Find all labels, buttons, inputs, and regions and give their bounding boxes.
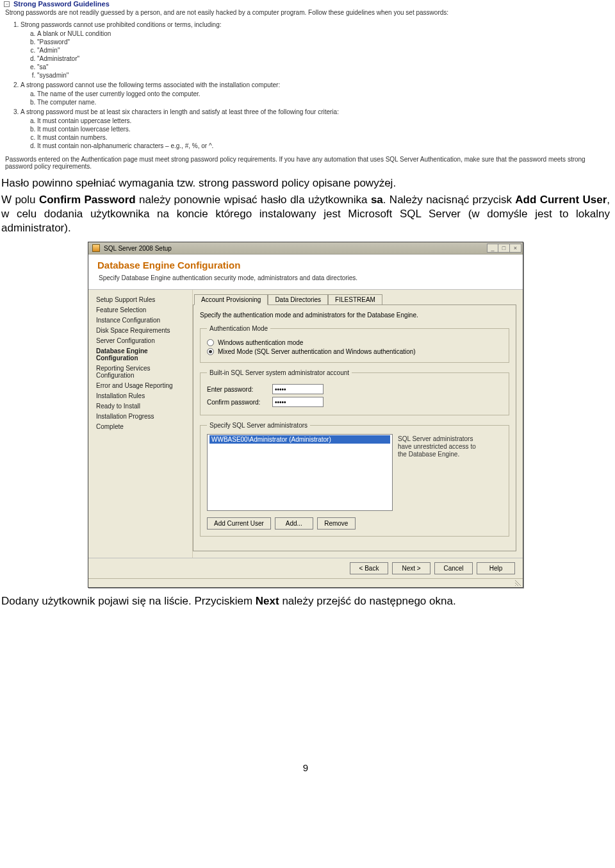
statusbar bbox=[88, 578, 523, 587]
page-number: 9 bbox=[0, 762, 611, 773]
guidelines-subitem: "Password" bbox=[37, 38, 605, 46]
guidelines-subitem: "sysadmin" bbox=[37, 72, 605, 79]
guidelines-subitem: The computer name. bbox=[37, 99, 605, 106]
guidelines-subitem: It must contain uppercase letters. bbox=[37, 117, 605, 124]
wizard-page-title: Database Engine Configuration bbox=[97, 260, 514, 271]
radio-mixed-mode[interactable]: Mixed Mode (SQL Server authentication an… bbox=[207, 348, 502, 355]
help-button[interactable]: Help bbox=[477, 562, 515, 574]
wizard-step[interactable]: Setup Support Rules bbox=[96, 296, 187, 303]
guidelines-subitem: It must contain numbers. bbox=[37, 134, 605, 141]
wizard-step[interactable]: Installation Rules bbox=[96, 392, 187, 399]
close-button[interactable]: × bbox=[510, 244, 521, 253]
wizard-main-panel: Account ProvisioningData DirectoriesFILE… bbox=[192, 290, 523, 558]
sa-legend: Built-in SQL Server system administrator… bbox=[207, 369, 352, 376]
guidelines-subitem: "Admin" bbox=[37, 47, 605, 54]
confirm-password-label: Confirm password: bbox=[207, 399, 266, 406]
collapse-icon[interactable]: − bbox=[4, 1, 10, 7]
wizard-step[interactable]: Feature Selection bbox=[96, 306, 187, 313]
radio-icon bbox=[207, 348, 214, 355]
wizard-step[interactable]: Installation Progress bbox=[96, 413, 187, 420]
wizard-page-subtitle: Specify Database Engine authentication s… bbox=[99, 274, 514, 281]
document-paragraph-1: Hasło powinno spełniać wymagania tzw. st… bbox=[0, 174, 611, 190]
administrators-hint: SQL Server administrators have unrestric… bbox=[398, 434, 481, 511]
minimize-button[interactable]: _ bbox=[487, 244, 498, 253]
wizard-header: Database Engine Configuration Specify Da… bbox=[88, 255, 523, 290]
sa-account-group: Built-in SQL Server system administrator… bbox=[200, 369, 509, 415]
authmode-legend: Authentication Mode bbox=[207, 325, 270, 332]
guidelines-subitem: The name of the user currently logged on… bbox=[37, 90, 605, 97]
maximize-button[interactable]: □ bbox=[498, 244, 510, 253]
guidelines-subitem: "sa" bbox=[37, 63, 605, 71]
administrators-listbox[interactable]: WWBASE00\Administrator (Administrator) bbox=[207, 434, 393, 511]
guidelines-subitem: "Administrator" bbox=[37, 55, 605, 62]
administrators-group: Specify SQL Server administrators WWBASE… bbox=[200, 422, 509, 537]
back-button[interactable]: < Back bbox=[350, 562, 388, 574]
radio-label-windows: Windows authentication mode bbox=[218, 339, 303, 346]
enter-password-input[interactable] bbox=[272, 384, 324, 394]
guidelines-subitem: It must contain non-alphanumeric charact… bbox=[37, 142, 605, 149]
guidelines-list: Strong passwords cannot use prohibited c… bbox=[20, 21, 605, 149]
wizard-step[interactable]: Reporting Services Configuration bbox=[96, 365, 187, 379]
guidelines-subitem: It must contain lowercase letters. bbox=[37, 126, 605, 133]
add-button[interactable]: Add... bbox=[275, 517, 313, 530]
tab-account-provisioning[interactable]: Account Provisioning bbox=[194, 294, 268, 305]
radio-windows-auth[interactable]: Windows authentication mode bbox=[207, 339, 502, 346]
authmode-group: Authentication Mode Windows authenticati… bbox=[200, 325, 509, 363]
tab-data-directories[interactable]: Data Directories bbox=[268, 294, 328, 305]
remove-button[interactable]: Remove bbox=[317, 517, 356, 530]
password-guidelines-section: − Strong Password Guidelines Strong pass… bbox=[0, 0, 611, 174]
radio-icon bbox=[207, 339, 214, 346]
window-titlebar[interactable]: SQL Server 2008 Setup _ □ × bbox=[88, 242, 523, 255]
admins-legend: Specify SQL Server administrators bbox=[207, 422, 310, 429]
add-current-user-button[interactable]: Add Current User bbox=[207, 517, 271, 530]
wizard-step[interactable]: Database Engine Configuration bbox=[96, 347, 187, 362]
cancel-button[interactable]: Cancel bbox=[434, 562, 473, 574]
wizard-step[interactable]: Disk Space Requirements bbox=[96, 327, 187, 334]
guidelines-outro: Passwords entered on the Authentication … bbox=[5, 156, 605, 170]
wizard-step-list: Setup Support RulesFeature SelectionInst… bbox=[88, 290, 192, 558]
wizard-tabs: Account ProvisioningData DirectoriesFILE… bbox=[194, 294, 516, 305]
confirm-password-input[interactable] bbox=[272, 397, 324, 407]
radio-label-mixed: Mixed Mode (SQL Server authentication an… bbox=[218, 348, 416, 355]
guidelines-intro: Strong passwords are not readily guessed… bbox=[5, 9, 605, 16]
list-item[interactable]: WWBASE00\Administrator (Administrator) bbox=[209, 435, 390, 444]
document-paragraph-3: Dodany użytkownik pojawi się na liście. … bbox=[0, 592, 611, 608]
wizard-step[interactable]: Ready to Install bbox=[96, 403, 187, 410]
wizard-footer: < Back Next > Cancel Help bbox=[88, 558, 523, 578]
enter-password-label: Enter password: bbox=[207, 386, 266, 393]
tab-filestream[interactable]: FILESTREAM bbox=[328, 294, 382, 305]
wizard-step[interactable]: Instance Configuration bbox=[96, 317, 187, 324]
guidelines-item: A strong password must be at least six c… bbox=[20, 108, 605, 149]
guidelines-subitem: A blank or NULL condition bbox=[37, 30, 605, 37]
document-paragraph-2: W polu Confirm Password należy ponownie … bbox=[0, 190, 611, 235]
next-button[interactable]: Next > bbox=[392, 562, 430, 574]
wizard-step[interactable]: Complete bbox=[96, 423, 187, 430]
window-title: SQL Server 2008 Setup bbox=[104, 245, 172, 252]
guidelines-title: Strong Password Guidelines bbox=[13, 0, 110, 8]
guidelines-item: Strong passwords cannot use prohibited c… bbox=[20, 21, 605, 79]
app-icon bbox=[92, 244, 100, 252]
wizard-step[interactable]: Server Configuration bbox=[96, 337, 187, 344]
sql-setup-window: SQL Server 2008 Setup _ □ × Database Eng… bbox=[88, 242, 523, 588]
wizard-step[interactable]: Error and Usage Reporting bbox=[96, 382, 187, 389]
guidelines-item: A strong password cannot use the followi… bbox=[20, 81, 605, 106]
panel-intro: Specify the authentication mode and admi… bbox=[200, 312, 509, 319]
